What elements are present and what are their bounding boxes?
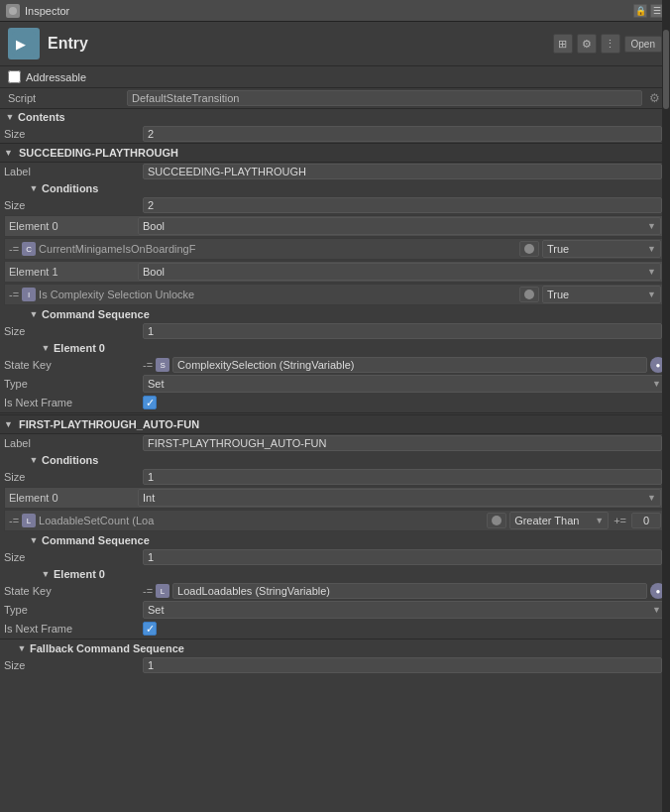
firstplaythrough-statekey-row: State Key -= L LoadLoadables (StringVari…: [0, 582, 670, 600]
firstplaythrough-conditions-foldout[interactable]: ▼ Conditions: [0, 452, 670, 468]
chevron-down-icon: ▼: [647, 290, 656, 299]
firstplaythrough-el0-eq-sym: -=: [9, 515, 19, 526]
addressable-row: Addressable: [0, 66, 670, 88]
settings-icon-btn[interactable]: ⚙: [577, 34, 597, 54]
succeeding-el0-val-dropdown[interactable]: True ▼: [542, 240, 661, 258]
succeeding-label-row: Label SUCCEEDING-PLAYTHROUGH: [0, 163, 670, 180]
firstplaythrough-foldout[interactable]: ▼ FIRST-PLAYTHROUGH_AUTO-FUN: [0, 414, 670, 434]
open-button[interactable]: Open: [624, 36, 662, 53]
fallback-label: Fallback Command Sequence: [30, 642, 184, 654]
firstplaythrough-el0-comp-dropdown[interactable]: Greater Than ▼: [509, 512, 609, 529]
contents-foldout[interactable]: ▼ Contents: [0, 109, 670, 125]
succeeding-conditions-label: Conditions: [42, 182, 98, 194]
firstplaythrough-conditions-label: Conditions: [42, 454, 98, 466]
succeeding-el0-type-dropdown[interactable]: Bool ▼: [138, 217, 661, 235]
succeeding-el0-var-name[interactable]: CurrentMinigameIsOnBoardingF: [39, 243, 516, 255]
firstplaythrough-cond-size-label: Size: [4, 471, 143, 483]
divider-1: [0, 412, 670, 413]
succeeding-statekey-label: State Key: [4, 359, 143, 371]
succeeding-statekey-eq-sym: -=: [143, 359, 153, 371]
script-label: Script: [8, 92, 127, 104]
succeeding-el1-var-name[interactable]: Is Complexity Selection Unlocke: [39, 289, 516, 300]
succeeding-conditions-arrow-icon: ▼: [28, 182, 40, 194]
succeeding-el1-val-dropdown[interactable]: True ▼: [542, 286, 661, 303]
succeeding-foldout[interactable]: ▼ SUCCEEDING-PLAYTHROUGH: [0, 143, 670, 163]
succeeding-el1-header: Element 1 Bool ▼: [4, 261, 666, 283]
succeeding-arrow-icon: ▼: [4, 148, 16, 158]
fallback-size-row: Size 1: [0, 656, 670, 674]
firstplaythrough-statekey-input[interactable]: LoadLoadables (StringVariable): [172, 583, 647, 599]
firstplaythrough-cmdseq-arrow-icon: ▼: [28, 534, 40, 546]
inspector-actions: ⊞ ⚙ ⋮ Open: [553, 34, 662, 54]
contents-size-input[interactable]: 2: [143, 126, 662, 142]
firstplaythrough-cond-size-row: Size 1: [0, 468, 670, 486]
succeeding-statekey-var-icon: S: [156, 358, 169, 372]
firstplaythrough-cmd-size-label: Size: [4, 551, 143, 563]
firstplaythrough-nextframe-checkbox[interactable]: ✓: [143, 622, 157, 636]
firstplaythrough-arrow-icon: ▼: [4, 419, 16, 429]
contents-size-row: Size 2: [0, 125, 670, 143]
succeeding-cmdseq-foldout[interactable]: ▼ Command Sequence: [0, 306, 670, 322]
firstplaythrough-conditions-arrow-icon: ▼: [28, 454, 40, 466]
more-icon-btn[interactable]: ⋮: [601, 34, 620, 54]
firstplaythrough-cmd-el0-foldout[interactable]: ▼ Element 0: [0, 566, 670, 582]
divider-2: [0, 638, 670, 639]
succeeding-nextframe-label: Is Next Frame: [4, 397, 143, 408]
svg-point-0: [9, 7, 17, 15]
firstplaythrough-statekey-label: State Key: [4, 585, 143, 597]
succeeding-el1-label: Element 1: [9, 266, 138, 278]
svg-text:▶: ▶: [16, 37, 26, 52]
inspector-header: ▶ Entry ⊞ ⚙ ⋮ Open: [0, 22, 670, 66]
fallback-size-input[interactable]: 1: [143, 657, 662, 673]
firstplaythrough-label: FIRST-PLAYTHROUGH_AUTO-FUN: [19, 418, 199, 430]
succeeding-cond-size-input[interactable]: 2: [143, 197, 662, 213]
succeeding-nextframe-checkbox[interactable]: ✓: [143, 396, 157, 409]
succeeding-cmd-size-label: Size: [4, 325, 143, 337]
succeeding-cmd-size-input[interactable]: 1: [143, 323, 662, 339]
succeeding-conditions-foldout[interactable]: ▼ Conditions: [0, 180, 670, 196]
succeeding-type-dropdown[interactable]: Set ▼: [143, 375, 666, 393]
succeeding-statekey-input[interactable]: ComplexitySelection (StringVariable): [172, 357, 647, 373]
firstplaythrough-el0-var-name[interactable]: LoadableSetCount (Loa: [39, 515, 484, 526]
succeeding-cond-size-row: Size 2: [0, 196, 670, 214]
succeeding-el0-dot-btn[interactable]: [519, 241, 539, 257]
firstplaythrough-cmd-size-input[interactable]: 1: [143, 549, 662, 565]
fallback-foldout[interactable]: ▼ Fallback Command Sequence: [0, 640, 670, 656]
firstplaythrough-el0-dot-btn[interactable]: [487, 513, 506, 528]
firstplaythrough-nextframe-label: Is Next Frame: [4, 623, 143, 635]
firstplaythrough-cond-size-input[interactable]: 1: [143, 469, 662, 485]
succeeding-el1-type-dropdown[interactable]: Bool ▼: [138, 263, 661, 281]
firstplaythrough-label-input[interactable]: FIRST-PLAYTHROUGH_AUTO-FUN: [143, 435, 662, 451]
fallback-size-label: Size: [4, 659, 143, 671]
view-icon-btn[interactable]: ⊞: [553, 34, 573, 54]
scrollbar-thumb[interactable]: [663, 30, 669, 109]
script-gear-icon[interactable]: ⚙: [646, 90, 662, 106]
succeeding-cmd-el0-label: Element 0: [54, 342, 105, 354]
firstplaythrough-el0-header: Element 0 Int ▼: [4, 487, 666, 509]
firstplaythrough-el0-val-input[interactable]: 0: [631, 513, 661, 528]
succeeding-cmd-el0-foldout[interactable]: ▼ Element 0: [0, 340, 670, 356]
firstplaythrough-el0-type-dropdown[interactable]: Int ▼: [138, 489, 661, 507]
chevron-down-icon: ▼: [647, 244, 656, 254]
chevron-down-icon: ▼: [647, 493, 656, 503]
firstplaythrough-type-dropdown[interactable]: Set ▼: [143, 601, 666, 619]
entry-icon: ▶: [8, 28, 40, 59]
fallback-arrow-icon: ▼: [16, 642, 28, 654]
firstplaythrough-cmdseq-foldout[interactable]: ▼ Command Sequence: [0, 532, 670, 548]
succeeding-type-row: Type Set ▼: [0, 374, 670, 394]
succeeding-label: SUCCEEDING-PLAYTHROUGH: [19, 147, 178, 159]
succeeding-el0-var-icon: C: [22, 242, 36, 256]
succeeding-cmdseq-label: Command Sequence: [42, 308, 150, 320]
firstplaythrough-cmd-el0-arrow-icon: ▼: [40, 568, 52, 580]
contents-arrow-icon: ▼: [4, 111, 16, 123]
addressable-checkbox[interactable]: [8, 70, 21, 83]
scrollbar[interactable]: [662, 0, 670, 812]
succeeding-statekey-row: State Key -= S ComplexitySelection (Stri…: [0, 356, 670, 374]
firstplaythrough-type-label: Type: [4, 604, 143, 616]
title-bar-controls: 🔒 ☰: [633, 4, 664, 18]
chevron-down-icon: ▼: [652, 379, 661, 389]
succeeding-el0-header: Element 0 Bool ▼: [4, 215, 666, 237]
lock-button[interactable]: 🔒: [633, 4, 647, 18]
succeeding-label-input[interactable]: SUCCEEDING-PLAYTHROUGH: [143, 164, 662, 179]
succeeding-el1-dot-btn[interactable]: [519, 287, 539, 302]
